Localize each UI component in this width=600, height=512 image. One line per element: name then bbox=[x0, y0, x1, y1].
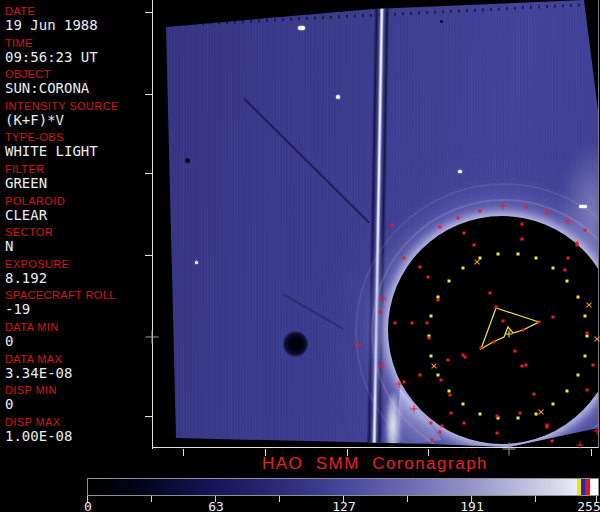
fiducial-plus-red bbox=[565, 218, 572, 225]
colorbar-tick bbox=[279, 496, 280, 502]
fiducial-dot-yellow bbox=[437, 374, 440, 377]
colorbar-tick bbox=[151, 496, 152, 502]
fiducial-dot-yellow bbox=[584, 355, 587, 358]
fiducial-dot-red bbox=[496, 415, 499, 418]
colorbar bbox=[87, 478, 599, 496]
fiducial-dot-red bbox=[450, 412, 453, 415]
fiducial-dot-yellow bbox=[586, 335, 589, 338]
fiducial-dot-red bbox=[586, 389, 589, 392]
fiducial-dot-red bbox=[514, 350, 517, 353]
fiducial-plus-yellow bbox=[506, 331, 513, 338]
fiducial-dot-red bbox=[567, 257, 570, 260]
plot-title: HAO SMM Coronagraph bbox=[150, 454, 600, 474]
fiducial-dot-red bbox=[576, 242, 579, 245]
colorbar-tick-label: 127 bbox=[332, 499, 355, 512]
fiducial-plus-red bbox=[396, 381, 403, 388]
fiducial-dot-red bbox=[419, 374, 422, 377]
fiducial-dot-red bbox=[441, 425, 444, 428]
fiducial-dot-yellow bbox=[462, 267, 465, 270]
fiducial-dot-yellow bbox=[430, 315, 433, 318]
fiducial-dot-red bbox=[440, 379, 443, 382]
fiducial-dot-red bbox=[525, 206, 528, 209]
fiducial-dot-yellow bbox=[479, 413, 482, 416]
fiducial-dot-red bbox=[403, 257, 406, 260]
fiducial-dot-yellow bbox=[517, 253, 520, 256]
colorbar-lut-stripe bbox=[585, 479, 590, 495]
viewer-stage: DATE19 Jun 1988TIME09:56:23 UTOBJECTSUN:… bbox=[0, 0, 600, 512]
fiducial-dot-yellow bbox=[497, 253, 500, 256]
colorbar-tick-label: 191 bbox=[460, 499, 483, 512]
fiducial-dot-red bbox=[552, 316, 555, 319]
fiducial-dot-red bbox=[546, 424, 549, 427]
fiducial-dot-yellow bbox=[577, 374, 580, 377]
fiducial-dot-yellow bbox=[577, 296, 580, 299]
fiducial-dot-red bbox=[592, 364, 595, 367]
fiducial-dot-yellow bbox=[552, 267, 555, 270]
fiducial-dot-red bbox=[538, 321, 541, 324]
fiducial-dot-yellow bbox=[517, 417, 520, 420]
fiducial-dot-red bbox=[431, 439, 434, 442]
fiducial-dot-red bbox=[394, 322, 397, 325]
fiducial-plus-red bbox=[594, 428, 600, 435]
fiducial-dot-red bbox=[522, 329, 525, 332]
fiducial-dot-yellow bbox=[430, 355, 433, 358]
fiducial-dot-yellow bbox=[584, 315, 587, 318]
fiducial-dot-red bbox=[502, 320, 505, 323]
fiducial-plus-red bbox=[380, 296, 387, 303]
colorbar-tick bbox=[407, 496, 408, 502]
fiducial-dot-red bbox=[473, 244, 476, 247]
colorbar-tick bbox=[535, 496, 536, 502]
fiducial-dot-red bbox=[403, 381, 406, 384]
fiducial-dot-red bbox=[463, 422, 466, 425]
fiducial-dot-red bbox=[521, 223, 524, 226]
fiducial-dot-yellow bbox=[566, 390, 569, 393]
fiducial-overlay bbox=[0, 0, 600, 460]
fiducial-dot-red bbox=[551, 440, 554, 443]
fiducial-dot-yellow bbox=[566, 280, 569, 283]
fiducial-dot-red bbox=[379, 311, 382, 314]
fiducial-dot-yellow bbox=[552, 403, 555, 406]
fiducial-dot-red bbox=[439, 431, 442, 434]
fiducial-plus-red bbox=[379, 363, 386, 370]
fiducial-dot-red bbox=[411, 322, 414, 325]
fiducial-plus-red bbox=[544, 209, 551, 216]
fiducial-dot-red bbox=[428, 337, 431, 340]
fiducial-dot-red bbox=[584, 229, 587, 232]
fiducial-dot-red bbox=[419, 266, 422, 269]
fiducial-dot-yellow bbox=[462, 403, 465, 406]
fiducial-dot-yellow bbox=[535, 257, 538, 260]
colorbar-tick-label: 255 bbox=[577, 499, 600, 512]
fiducial-dot-yellow bbox=[448, 280, 451, 283]
fiducial-dot-red bbox=[437, 299, 440, 302]
fiducial-dot-red bbox=[533, 393, 536, 396]
fiducial-dot-red bbox=[496, 432, 499, 435]
fiducial-dot-red bbox=[495, 306, 498, 309]
fiducial-dot-red bbox=[464, 356, 467, 359]
fiducial-dot-red bbox=[519, 412, 522, 415]
fiducial-dot-red bbox=[564, 269, 567, 272]
fiducial-dot-red bbox=[439, 226, 442, 229]
roi-polygon bbox=[481, 308, 539, 349]
fiducial-dot-red bbox=[391, 224, 394, 227]
fiducial-dot-red bbox=[479, 210, 482, 213]
fiducial-dot-red bbox=[586, 332, 589, 335]
fiducial-dot-red bbox=[427, 276, 430, 279]
fiducial-plus-red bbox=[355, 342, 362, 349]
roi-svg bbox=[0, 0, 600, 460]
fiducial-dot-red bbox=[426, 322, 429, 325]
fiducial-dot-yellow bbox=[448, 390, 451, 393]
fiducial-dot-red bbox=[525, 364, 528, 367]
fiducial-dot-red bbox=[447, 359, 450, 362]
fiducial-plus-red bbox=[411, 406, 418, 413]
colorbar-tick-label: 0 bbox=[84, 499, 92, 512]
fiducial-dot-red bbox=[521, 365, 524, 368]
fiducial-plus-red bbox=[577, 442, 584, 449]
fiducial-dot-red bbox=[521, 238, 524, 241]
fiducial-dot-red bbox=[463, 232, 466, 235]
fiducial-dot-red bbox=[489, 292, 492, 295]
colorbar-tick-label: 63 bbox=[208, 499, 224, 512]
fiducial-dot-red bbox=[480, 347, 483, 350]
fiducial-dot-red bbox=[457, 217, 460, 220]
fiducial-dot-red bbox=[493, 341, 496, 344]
fiducial-plus-red bbox=[500, 203, 507, 210]
